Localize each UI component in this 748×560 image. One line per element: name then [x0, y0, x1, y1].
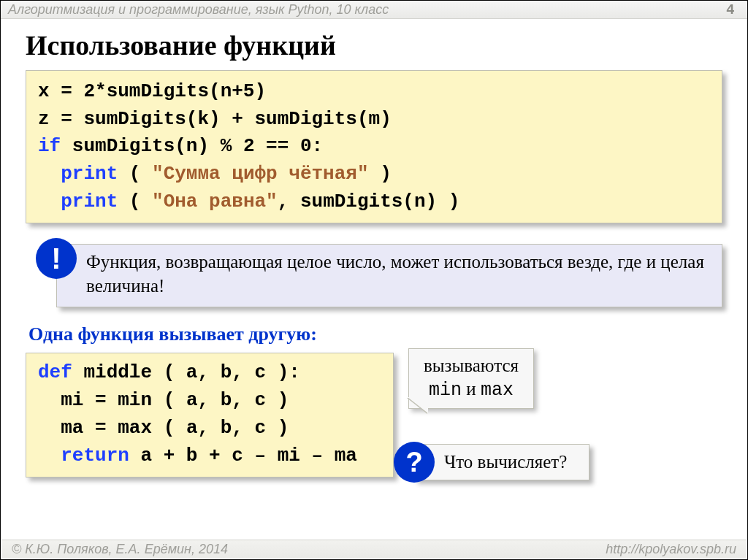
code-line: def middle ( a, b, c ): — [38, 359, 381, 387]
code-block-middle: def middle ( a, b, c ): mi = min ( a, b,… — [26, 353, 394, 477]
code-line: return a + b + c – mi – ma — [38, 442, 381, 470]
question-box: Что вычисляет? — [414, 444, 589, 480]
slide-footer: © К.Ю. Поляков, Е.А. Ерёмин, 2014 http:/… — [1, 540, 747, 559]
code-line: z = sumDigits(k) + sumDigits(m) — [38, 106, 710, 134]
page-title: Использование функций — [26, 29, 747, 61]
footer-right: http://kpolyakov.spb.ru — [606, 542, 736, 557]
question-row: ? Что вычисляет? — [394, 442, 589, 483]
callout-tail-icon — [408, 397, 428, 413]
code-line: mi = min ( a, b, c ) — [38, 387, 381, 415]
callout-minmax: вызываются min и max — [408, 348, 534, 409]
hint-box: Функция, возвращающая целое число, может… — [56, 244, 722, 307]
hint-row: ! Функция, возвращающая целое число, мож… — [36, 244, 722, 307]
sub-heading: Одна функция вызывает другую: — [28, 323, 722, 345]
callout-line1: вызываются — [424, 354, 519, 377]
code-line: print ( "Сумма цифр чётная" ) — [38, 161, 710, 188]
code-line: print ( "Она равна", sumDigits(n) ) — [38, 188, 710, 216]
footer-left: © К.Ю. Поляков, Е.А. Ерёмин, 2014 — [12, 542, 228, 557]
code-block-usage: x = 2*sumDigits(n+5) z = sumDigits(k) + … — [26, 70, 722, 223]
course-title: Алгоритмизация и программирование, язык … — [8, 2, 389, 18]
callout-line2: min и max — [424, 377, 519, 402]
code-line: x = 2*sumDigits(n+5) — [38, 78, 710, 106]
code-line: ma = max ( a, b, c ) — [38, 415, 381, 442]
page-number: 4 — [726, 1, 734, 18]
code-line: if sumDigits(n) % 2 == 0: — [38, 133, 710, 161]
slide-header: Алгоритмизация и программирование, язык … — [1, 1, 747, 19]
